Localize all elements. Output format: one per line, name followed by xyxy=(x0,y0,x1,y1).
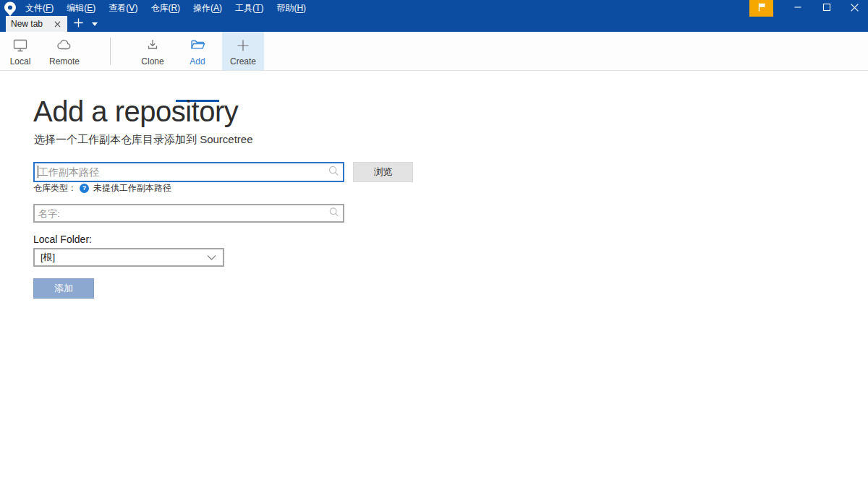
menu-item-file[interactable]: 文件(F) xyxy=(19,0,60,16)
menu-item-actions[interactable]: 操作(A) xyxy=(187,0,229,16)
maximize-icon xyxy=(822,3,831,14)
page-subtitle: 选择一个工作副本仓库目录添加到 Sourcetree xyxy=(34,133,253,147)
tab-label: New tab xyxy=(11,19,52,29)
menu-item-view[interactable]: 查看(V) xyxy=(102,0,144,16)
tab-close-button[interactable] xyxy=(52,19,62,29)
local-folder-selected-value: [根] xyxy=(41,251,55,264)
toolbar-local-button[interactable]: Local xyxy=(4,32,36,70)
menu-item-help[interactable]: 帮助(H) xyxy=(270,0,312,16)
close-tab-icon xyxy=(54,19,61,30)
close-button[interactable] xyxy=(841,0,868,17)
sourcetree-logo-icon xyxy=(4,1,17,16)
minimize-icon xyxy=(793,3,802,14)
name-field xyxy=(33,204,344,223)
maximize-button[interactable] xyxy=(812,0,841,17)
chevron-down-icon xyxy=(92,22,98,26)
plus-icon xyxy=(234,37,252,54)
repository-type-status: 未提供工作副本路径 xyxy=(93,182,171,194)
add-repository-button[interactable]: 添加 xyxy=(33,278,94,299)
menu-bar: 文件(F) 编辑(E) 查看(V) 仓库(R) 操作(A) 工具(T) 帮助(H… xyxy=(19,0,312,16)
local-folder-select[interactable]: [根] xyxy=(33,248,224,267)
feedback-flag-button[interactable] xyxy=(749,0,773,17)
chevron-down-icon xyxy=(207,252,216,263)
sourcetree-window: 文件(F) 编辑(E) 查看(V) 仓库(R) 操作(A) 工具(T) 帮助(H… xyxy=(0,0,868,501)
repository-type-label: 仓库类型： xyxy=(33,182,77,194)
toolbar-create-label: Create xyxy=(230,56,256,67)
toolbar-local-label: Local xyxy=(10,56,31,67)
toolbar: Local Remote Clone xyxy=(0,32,868,71)
toolbar-clone-label: Clone xyxy=(141,56,163,67)
tab-new-tab[interactable]: New tab xyxy=(6,16,67,32)
toolbar-add-label: Add xyxy=(190,56,205,67)
cloud-icon xyxy=(56,37,73,54)
toolbar-clone-button[interactable]: Clone xyxy=(134,32,171,70)
minimize-button[interactable] xyxy=(783,0,812,17)
menu-item-repository[interactable]: 仓库(R) xyxy=(144,0,187,16)
toolbar-separator xyxy=(110,38,111,65)
open-folder-icon xyxy=(189,37,207,54)
toolbar-remote-label: Remote xyxy=(49,56,80,67)
tab-list-dropdown-button[interactable] xyxy=(88,16,101,32)
menu-item-tools[interactable]: 工具(T) xyxy=(229,0,270,16)
plus-icon xyxy=(73,17,84,30)
name-input[interactable] xyxy=(33,204,344,223)
toolbar-create-button[interactable]: Create xyxy=(222,32,264,70)
local-folder-label: Local Folder: xyxy=(33,234,92,245)
download-icon xyxy=(144,37,161,54)
monitor-icon xyxy=(12,37,29,54)
page-title: Add a repository xyxy=(33,95,238,128)
titlebar: 文件(F) 编辑(E) 查看(V) 仓库(R) 操作(A) 工具(T) 帮助(H… xyxy=(0,0,868,32)
working-copy-path-input[interactable] xyxy=(33,162,344,182)
toolbar-remote-button[interactable]: Remote xyxy=(43,32,85,70)
menu-item-edit[interactable]: 编辑(E) xyxy=(60,0,102,16)
repository-type-row: 仓库类型： ? 未提供工作副本路径 xyxy=(33,181,171,194)
working-copy-path-field xyxy=(33,162,344,182)
help-icon[interactable]: ? xyxy=(80,184,89,193)
toolbar-add-button[interactable]: Add xyxy=(176,32,219,70)
browse-button[interactable]: 浏览 xyxy=(353,162,413,182)
new-tab-button[interactable] xyxy=(70,16,86,32)
flag-icon xyxy=(756,1,767,15)
text-caret xyxy=(38,166,38,178)
close-icon xyxy=(850,3,859,14)
